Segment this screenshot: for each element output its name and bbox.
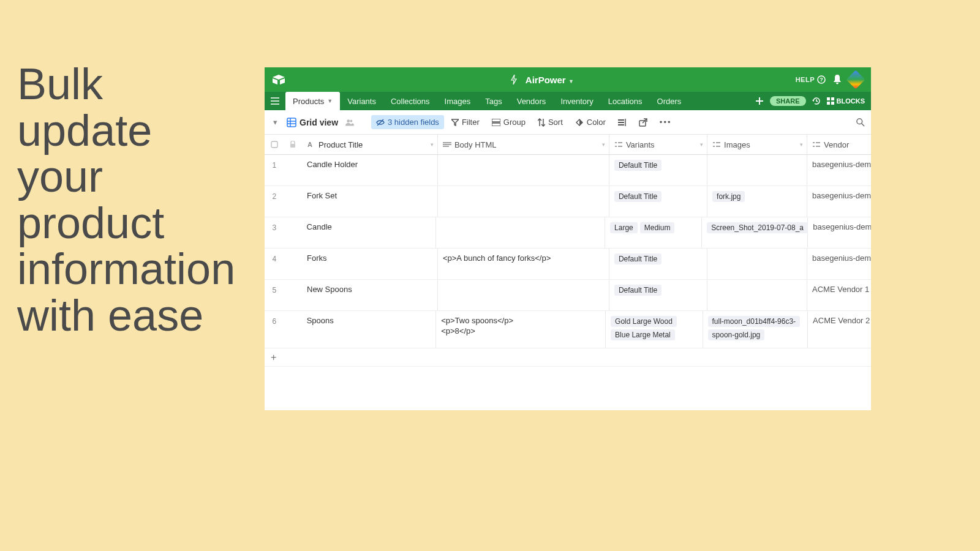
table-row[interactable]: 3CandleLargeMediumScreen_Shot_2019-07-08…	[265, 217, 871, 249]
lock-icon	[284, 135, 302, 154]
history-icon[interactable]	[812, 97, 821, 105]
svg-rect-3	[831, 97, 834, 100]
svg-rect-5	[831, 102, 834, 105]
tab-products[interactable]: Products▼	[285, 92, 340, 110]
sort-button[interactable]: Sort	[533, 115, 568, 129]
table-row[interactable]: 2Fork SetDefault Titlefork.jpgbasegenius…	[265, 186, 871, 217]
column-header-vendor[interactable]: Vendor	[807, 135, 871, 154]
svg-point-8	[350, 119, 352, 122]
cell-images[interactable]: fork.jpg	[707, 186, 807, 217]
row-number: 5	[265, 280, 284, 310]
help-link[interactable]: HELP ?	[796, 75, 826, 84]
column-header-variants[interactable]: Variants▾	[609, 135, 707, 154]
cell-images[interactable]	[707, 249, 807, 279]
user-avatar[interactable]	[846, 70, 865, 89]
cell-body-html[interactable]	[438, 186, 609, 217]
cell-vendor[interactable]: ACME Vendor 1	[807, 280, 871, 310]
view-toolbar: ▾ Grid view 3 hidden fields Filter Group…	[265, 110, 871, 135]
share-view-icon[interactable]	[634, 116, 652, 129]
blocks-button[interactable]: BLOCKS	[827, 97, 865, 105]
cell-variants[interactable]: Default Title	[609, 249, 707, 279]
cell-body-html[interactable]	[438, 155, 609, 186]
tab-vendors[interactable]: Vendors	[510, 92, 554, 110]
column-header-images[interactable]: Images▾	[707, 135, 807, 154]
hidden-fields-button[interactable]: 3 hidden fields	[371, 115, 444, 129]
base-name[interactable]: AirPower ▼	[526, 75, 574, 85]
cell-product-title[interactable]: Candle	[302, 217, 436, 248]
cell-variants[interactable]: Default Title	[609, 155, 707, 186]
cell-variants[interactable]: Default Title	[609, 186, 707, 217]
color-button[interactable]: Color	[570, 115, 611, 129]
svg-rect-2	[827, 97, 830, 100]
row-height-icon[interactable]	[613, 116, 631, 129]
views-dropdown-icon[interactable]: ▾	[271, 118, 279, 127]
cell-vendor[interactable]: basegenius-dem	[808, 217, 871, 248]
cell-variants[interactable]: LargeMedium	[605, 217, 702, 248]
cell-images[interactable]	[707, 155, 807, 186]
cell-body-html[interactable]: <p>Two spoons</p> <p>8</p>	[436, 311, 606, 348]
table-row[interactable]: 4Forks<p>A bunch of fancy forks</p>Defau…	[265, 249, 871, 280]
tab-inventory[interactable]: Inventory	[553, 92, 600, 110]
cell-variants[interactable]: Gold Large WoodBlue Large Metal	[606, 311, 703, 348]
cell-body-html[interactable]	[436, 217, 605, 248]
table-row[interactable]: 6Spoons<p>Two spoons</p> <p>8</p>Gold La…	[265, 311, 871, 348]
cell-vendor[interactable]: basegenius-dem	[807, 186, 871, 217]
cell-vendor[interactable]: basegenius-dem	[807, 155, 871, 186]
select-all-checkbox[interactable]	[265, 135, 284, 154]
svg-rect-4	[827, 102, 830, 105]
table-row[interactable]: 1Candle HolderDefault Titlebasegenius-de…	[265, 155, 871, 186]
more-actions-icon[interactable]: •••	[655, 115, 677, 129]
row-number: 3	[265, 217, 284, 248]
cell-vendor[interactable]: basegenius-dem	[807, 249, 871, 279]
cell-product-title[interactable]: Fork Set	[302, 186, 438, 217]
tab-locations[interactable]: Locations	[601, 92, 650, 110]
notifications-icon[interactable]	[833, 75, 842, 84]
row-number: 1	[265, 155, 284, 186]
svg-point-13	[857, 118, 862, 124]
row-number: 2	[265, 186, 284, 217]
cell-body-html[interactable]: <p>A bunch of fancy forks</p>	[438, 249, 609, 279]
tab-tags[interactable]: Tags	[478, 92, 509, 110]
column-header-product-title[interactable]: A Product Title▾	[302, 135, 438, 154]
cell-product-title[interactable]: New Spoons	[302, 280, 438, 310]
share-button[interactable]: SHARE	[770, 96, 806, 106]
svg-rect-10	[492, 119, 500, 122]
tab-collections[interactable]: Collections	[383, 92, 437, 110]
filter-button[interactable]: Filter	[447, 115, 484, 129]
tab-orders[interactable]: Orders	[650, 92, 689, 110]
svg-rect-6	[287, 118, 296, 127]
current-view-button[interactable]: Grid view	[282, 115, 343, 130]
cell-body-html[interactable]	[438, 280, 609, 310]
svg-text:?: ?	[820, 77, 823, 83]
add-row-button[interactable]: +	[265, 348, 871, 367]
cell-product-title[interactable]: Candle Holder	[302, 155, 438, 186]
cell-images[interactable]: Screen_Shot_2019-07-08_a	[702, 217, 808, 248]
group-button[interactable]: Group	[487, 115, 530, 129]
collaborators-icon[interactable]	[345, 118, 354, 127]
bolt-icon	[510, 75, 518, 84]
svg-text:A: A	[307, 141, 312, 148]
cell-product-title[interactable]: Forks	[302, 249, 438, 279]
table-row[interactable]: 5New SpoonsDefault TitleACME Vendor 1	[265, 280, 871, 311]
airtable-logo-icon[interactable]	[270, 75, 288, 84]
svg-point-7	[347, 119, 350, 122]
tables-menu-icon[interactable]	[265, 92, 285, 110]
cell-product-title[interactable]: Spoons	[302, 311, 437, 348]
row-number: 6	[265, 311, 284, 348]
search-icon[interactable]	[856, 118, 865, 127]
cell-images[interactable]	[707, 280, 807, 310]
svg-rect-16	[290, 144, 295, 148]
svg-rect-11	[492, 123, 500, 126]
app-header: AirPower ▼ HELP ?	[265, 67, 871, 92]
cell-variants[interactable]: Default Title	[609, 280, 707, 310]
airtable-app-window: AirPower ▼ HELP ? Products▼VariantsColle…	[265, 67, 871, 410]
svg-line-14	[862, 123, 864, 126]
column-header-body-html[interactable]: Body HTML▾	[438, 135, 609, 154]
tab-images[interactable]: Images	[437, 92, 478, 110]
tab-variants[interactable]: Variants	[340, 92, 383, 110]
add-table-icon[interactable]	[755, 97, 764, 105]
row-number: 4	[265, 249, 284, 279]
cell-vendor[interactable]: ACME Vendor 2	[808, 311, 871, 348]
table-tabs-bar: Products▼VariantsCollectionsImagesTagsVe…	[265, 92, 871, 110]
cell-images[interactable]: full-moon_d01b4ff4-96c3-spoon-gold.jpg	[703, 311, 809, 348]
